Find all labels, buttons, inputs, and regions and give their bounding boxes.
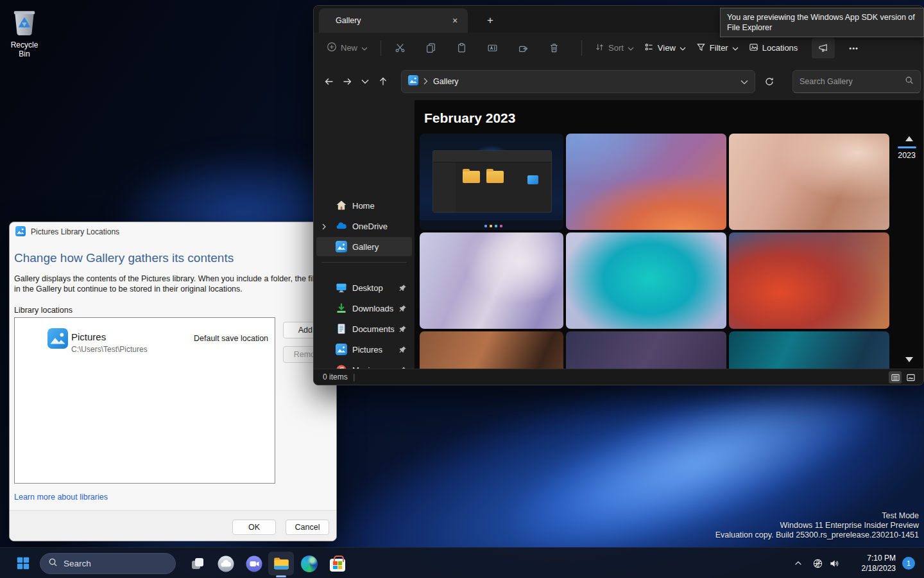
sidebar-item-pictures[interactable]: Pictures	[316, 340, 412, 359]
gallery-thumbnail[interactable]	[729, 331, 889, 369]
delete-button[interactable]	[543, 38, 565, 58]
rename-button[interactable]	[481, 38, 503, 58]
dialog-heading: Change how Gallery gathers its contents	[14, 251, 234, 265]
network-no-internet-icon[interactable]	[809, 553, 826, 574]
gallery-content: February 2023	[415, 100, 923, 369]
sort-button[interactable]: Sort	[590, 39, 639, 58]
taskbar-search-box[interactable]: Search	[40, 553, 176, 574]
navigation-pane: Home OneDrive	[314, 100, 415, 369]
breadcrumb-location[interactable]: Gallery	[433, 77, 735, 86]
filter-label: Filter	[710, 43, 728, 53]
chat-button[interactable]	[241, 552, 267, 575]
locations-button[interactable]: Locations	[744, 39, 803, 58]
recent-locations-chevron[interactable]	[356, 73, 374, 91]
status-divider: |	[353, 372, 355, 381]
ok-button[interactable]: OK	[232, 520, 276, 535]
file-explorer-taskbar-button[interactable]	[268, 552, 294, 575]
timeline-year-label: 2023	[898, 151, 916, 160]
view-button[interactable]: View	[639, 39, 691, 58]
sidebar-item-home[interactable]: Home	[316, 196, 412, 215]
edge-button[interactable]	[296, 552, 322, 575]
up-button[interactable]	[374, 73, 392, 91]
microsoft-store-button[interactable]	[325, 552, 350, 575]
notification-badge[interactable]: 1	[902, 557, 915, 570]
tray-date: 2/18/2023	[862, 563, 896, 574]
gallery-thumbnail[interactable]	[566, 134, 726, 230]
chevron-down-icon	[732, 43, 739, 53]
search-box[interactable]: Search Gallery	[792, 70, 921, 93]
new-tab-button[interactable]: +	[482, 12, 499, 29]
view-label: View	[658, 43, 676, 53]
pictures-icon	[336, 344, 347, 355]
new-button[interactable]: New	[321, 38, 373, 58]
learn-more-link[interactable]: Learn more about libraries	[14, 493, 108, 502]
recycle-bin-icon	[11, 27, 38, 38]
chevron-down-icon	[628, 43, 634, 53]
gallery-thumbnail[interactable]	[729, 232, 889, 329]
paste-button[interactable]	[450, 38, 472, 58]
feedback-megaphone-button[interactable]	[812, 38, 835, 58]
recycle-bin-desktop-icon[interactable]: Recycle Bin	[5, 6, 44, 58]
mini-explorer-window	[432, 150, 552, 213]
gallery-thumbnail[interactable]	[420, 232, 563, 329]
desktop-icon	[336, 282, 347, 293]
watermark-line: Windows 11 Enterprise Insider Preview	[715, 521, 919, 530]
chevron-right-icon[interactable]	[320, 222, 328, 233]
sidebar-item-desktop[interactable]: Desktop	[316, 278, 412, 297]
gallery-thumbnail[interactable]	[729, 134, 889, 230]
share-button[interactable]	[512, 38, 534, 58]
volume-icon[interactable]	[825, 553, 843, 574]
large-thumbnails-view-button[interactable]	[904, 371, 917, 383]
sidebar-item-downloads[interactable]: Downloads	[316, 299, 412, 318]
widgets-button[interactable]	[213, 552, 239, 575]
sidebar-item-label: Documents	[352, 324, 395, 334]
close-tab-icon[interactable]: ×	[449, 14, 461, 27]
breadcrumb-bar[interactable]: Gallery	[401, 70, 755, 93]
search-placeholder: Search Gallery	[800, 77, 905, 86]
task-view-button[interactable]	[185, 552, 210, 575]
timeline-scroll-up-icon[interactable]	[905, 136, 913, 141]
see-more-button[interactable]: •••	[845, 40, 862, 56]
copy-button[interactable]	[420, 38, 441, 58]
dialog-titlebar[interactable]: Pictures Library Locations	[10, 222, 336, 241]
dialog-title: Pictures Library Locations	[31, 227, 119, 236]
details-view-button[interactable]	[889, 371, 902, 383]
clock[interactable]: 7:10 PM 2/18/2023	[862, 553, 896, 574]
gallery-thumbnail[interactable]	[566, 331, 726, 369]
sidebar-item-label: Home	[352, 201, 375, 211]
sidebar-item-documents[interactable]: Documents	[316, 319, 412, 338]
gallery-thumbnail-screenshot[interactable]	[420, 134, 563, 230]
mini-taskbar	[420, 220, 563, 230]
filter-button[interactable]: Filter	[691, 39, 744, 58]
tab-gallery[interactable]: Gallery ×	[319, 8, 468, 33]
library-item-name[interactable]: Pictures	[71, 331, 106, 342]
timeline-scroll-down-icon[interactable]	[905, 357, 913, 362]
pin-icon	[398, 324, 407, 336]
dialog-footer: OK Cancel	[10, 510, 336, 541]
sort-label: Sort	[608, 43, 624, 53]
refresh-button[interactable]	[760, 73, 778, 91]
sidebar-item-gallery[interactable]: Gallery	[316, 237, 412, 256]
gallery-group-header: February 2023	[424, 110, 515, 126]
sidebar-item-music[interactable]: Music	[316, 360, 412, 369]
tray-show-hidden-icons-button[interactable]	[789, 553, 807, 574]
search-icon	[48, 557, 58, 570]
chevron-down-icon	[361, 43, 368, 53]
command-bar: New	[314, 33, 923, 63]
search-icon	[905, 76, 914, 87]
start-button[interactable]	[10, 553, 36, 574]
forward-button[interactable]	[338, 73, 356, 91]
sidebar-item-onedrive[interactable]: OneDrive	[316, 216, 412, 236]
library-locations-list[interactable]: Pictures C:\Users\Test\Pictures Default …	[14, 317, 275, 484]
cut-button[interactable]	[389, 38, 411, 58]
back-button[interactable]	[320, 73, 338, 91]
sidebar-item-label: Pictures	[352, 345, 382, 355]
edge-icon	[301, 556, 318, 572]
address-dropdown-chevron[interactable]	[740, 76, 748, 87]
pictures-library-locations-dialog: Pictures Library Locations Change how Ga…	[9, 222, 337, 541]
gallery-thumbnail[interactable]	[566, 232, 726, 329]
cancel-button[interactable]: Cancel	[286, 520, 329, 535]
sdk-preview-tooltip: You are previewing the Windows App SDK v…	[720, 8, 924, 37]
gallery-thumbnail[interactable]	[420, 331, 563, 369]
pictures-icon	[15, 226, 26, 238]
